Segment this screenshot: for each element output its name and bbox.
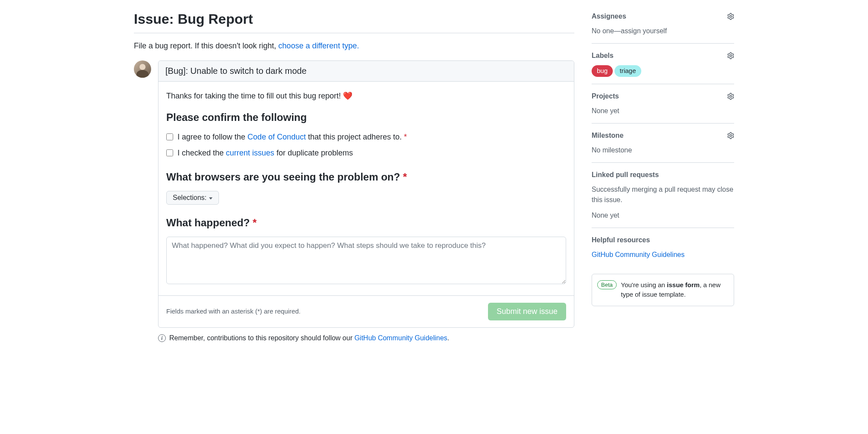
duplicate-checkbox[interactable]	[166, 149, 173, 156]
required-fields-hint: Fields marked with an asterisk (*) are r…	[166, 307, 301, 317]
assignees-title: Assignees	[592, 11, 626, 22]
caret-down-icon	[209, 197, 212, 200]
note-prefix: Remember, contributions to this reposito…	[169, 334, 355, 342]
gear-icon[interactable]	[727, 13, 734, 20]
labels-title: Labels	[592, 51, 614, 61]
required-mark: *	[404, 133, 407, 141]
confirm-heading: Please confirm the following	[166, 110, 566, 125]
assignees-section: Assignees No one—assign yourself	[592, 11, 734, 44]
issue-form: Thanks for taking the time to fill out t…	[158, 60, 574, 328]
projects-section: Projects None yet	[592, 91, 734, 124]
coc-link[interactable]: Code of Conduct	[247, 133, 306, 141]
beta-badge: Beta	[597, 280, 617, 290]
coc-suffix: that this project adheres to.	[306, 133, 404, 141]
info-icon: i	[158, 334, 166, 342]
helpful-title: Helpful resources	[592, 235, 650, 245]
note-suffix: .	[447, 334, 449, 342]
what-happened-textarea[interactable]	[166, 237, 566, 284]
helpful-resources-link[interactable]: GitHub Community Guidelines	[592, 251, 684, 258]
assignees-value[interactable]: No one—assign yourself	[592, 26, 734, 36]
projects-value: None yet	[592, 106, 734, 116]
coc-checkbox[interactable]	[166, 133, 173, 140]
happened-heading-text: What happened?	[166, 217, 253, 228]
choose-type-link[interactable]: choose a different type.	[279, 41, 359, 50]
linked-prs-title: Linked pull requests	[592, 170, 659, 180]
gear-icon[interactable]	[727, 93, 734, 100]
intro-message: Thanks for taking the time to fill out t…	[166, 90, 566, 102]
contribution-note: i Remember, contributions to this reposi…	[134, 333, 574, 343]
dup-suffix: for duplicate problems	[274, 149, 353, 157]
beta-text: You're using an issue form, a new type o…	[621, 280, 729, 300]
dup-prefix: I checked the	[177, 149, 226, 157]
label-triage[interactable]: triage	[615, 65, 641, 77]
browsers-heading-text: What browsers are you seeing the problem…	[166, 171, 403, 183]
selections-label: Selections:	[173, 194, 206, 202]
subtitle-text: File a bug report. If this doesn't look …	[134, 41, 279, 50]
linked-prs-description: Successfully merging a pull request may …	[592, 184, 734, 205]
page-subtitle: File a bug report. If this doesn't look …	[134, 40, 574, 52]
coc-prefix: I agree to follow the	[177, 133, 247, 141]
required-mark: *	[403, 171, 407, 183]
intro-text: Thanks for taking the time to fill out t…	[166, 92, 343, 100]
page-title: Issue: Bug Report	[134, 9, 574, 33]
linked-prs-value: None yet	[592, 210, 734, 221]
linked-prs-section: Linked pull requests Successfully mergin…	[592, 170, 734, 228]
browsers-heading: What browsers are you seeing the problem…	[166, 169, 566, 185]
milestone-value: No milestone	[592, 145, 734, 155]
gear-icon[interactable]	[727, 52, 734, 59]
milestone-section: Milestone No milestone	[592, 130, 734, 163]
milestone-title: Milestone	[592, 130, 624, 141]
heart-icon: ❤️	[343, 92, 352, 100]
beta-callout: Beta You're using an issue form, a new t…	[592, 274, 734, 306]
duplicate-label: I checked the current issues for duplica…	[177, 147, 353, 159]
issue-title-input[interactable]	[158, 61, 574, 82]
beta-bold: issue form	[667, 281, 700, 288]
browser-selections-dropdown[interactable]: Selections:	[166, 191, 219, 205]
community-guidelines-link[interactable]: GitHub Community Guidelines	[355, 334, 447, 342]
submit-issue-button[interactable]: Submit new issue	[488, 303, 566, 320]
user-avatar[interactable]	[134, 60, 151, 78]
gear-icon[interactable]	[727, 132, 734, 139]
required-mark: *	[253, 217, 257, 228]
helpful-resources-section: Helpful resources GitHub Community Guide…	[592, 235, 734, 267]
current-issues-link[interactable]: current issues	[226, 149, 274, 157]
label-bug[interactable]: bug	[592, 65, 613, 77]
beta-prefix: You're using an	[621, 281, 667, 288]
coc-label: I agree to follow the Code of Conduct th…	[177, 131, 407, 143]
labels-section: Labels bug triage	[592, 51, 734, 84]
projects-title: Projects	[592, 91, 619, 101]
happened-heading: What happened? *	[166, 215, 566, 231]
